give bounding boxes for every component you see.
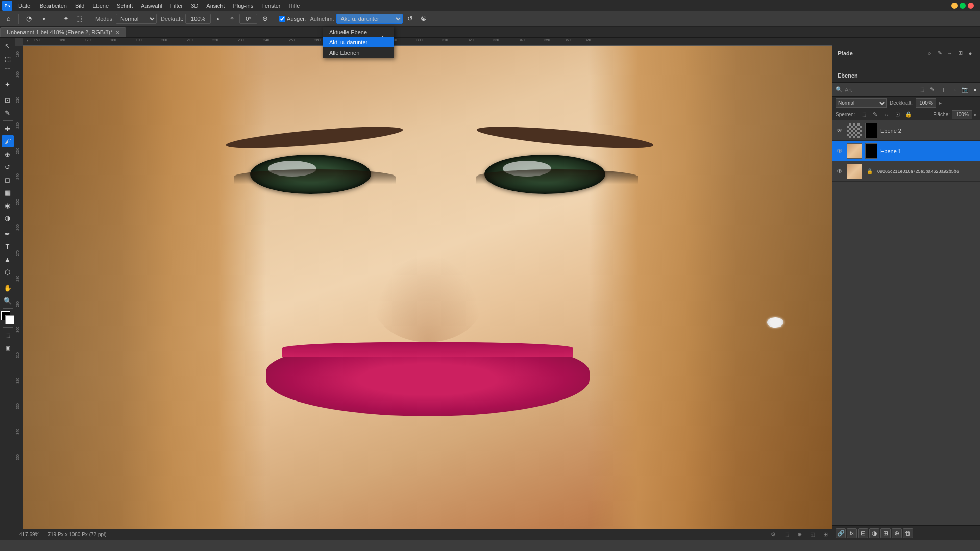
layer-fx-button[interactable]: fx	[847, 528, 857, 538]
paths-camera-button[interactable]: ⊞	[955, 48, 965, 58]
layer-delete-button[interactable]: 🗑	[903, 528, 913, 538]
paths-pencil-button[interactable]: ✎	[935, 48, 944, 58]
menu-bearbeiten[interactable]: Bearbeiten	[36, 2, 71, 10]
filter-text-button[interactable]: T	[939, 85, 948, 94]
menu-hilfe[interactable]: Hilfe	[284, 2, 304, 10]
tool-select-rect[interactable]: ⬚	[2, 53, 14, 65]
layer-group-button[interactable]: ⊞	[880, 528, 891, 538]
tool-healing[interactable]: ✚	[2, 122, 14, 135]
lock-transparent-button[interactable]: ⬚	[859, 110, 868, 119]
brush-icon[interactable]: ◔	[23, 13, 34, 24]
sampling-select[interactable]: Akt. u. darunter	[336, 14, 403, 24]
tool-options-button[interactable]: ⬚	[74, 13, 85, 24]
layer-item-ebene2[interactable]: 👁 Ebene 2	[832, 120, 980, 141]
layer-opacity-input[interactable]	[916, 98, 936, 108]
tool-eraser[interactable]: ◻	[2, 173, 14, 186]
lock-position-button[interactable]: ↔	[881, 110, 891, 119]
layer-visibility-bg[interactable]: 👁	[836, 167, 844, 176]
minimize-button[interactable]	[951, 3, 958, 9]
tool-wand[interactable]: ✦	[2, 78, 14, 90]
menu-plugins[interactable]: Plug-ins	[229, 2, 257, 10]
canvas-container[interactable]	[23, 46, 832, 540]
menu-3d[interactable]: 3D	[187, 2, 202, 10]
opacity-arrow[interactable]: ▸	[939, 100, 942, 106]
tool-blur[interactable]: ◉	[2, 199, 14, 211]
paths-circle-button[interactable]: ○	[925, 48, 934, 58]
status-bar: 417.69% 719 Px x 1080 Px (72 ppi) ⚙ ⬚ ⊕ …	[15, 529, 832, 540]
tool-airbrush-button[interactable]: ✦	[60, 13, 71, 24]
dropdown-item-aktuelle-ebene[interactable]: Aktuelle Ebene	[323, 27, 394, 37]
angle-input[interactable]	[239, 14, 257, 24]
tab-close-button[interactable]: ✕	[115, 30, 119, 35]
close-button[interactable]	[968, 3, 974, 9]
tool-shape[interactable]: ⬡	[2, 266, 14, 278]
tool-gradient[interactable]: ▦	[2, 186, 14, 198]
tool-text[interactable]: T	[2, 240, 14, 253]
angle-options-button[interactable]: ⊕	[259, 13, 271, 24]
lock-image-button[interactable]: ✎	[870, 110, 879, 119]
deckraft-arrow-button[interactable]: ▸	[213, 13, 224, 24]
menu-filter[interactable]: Filter	[166, 2, 187, 10]
deckraft-input[interactable]	[185, 14, 211, 24]
airbrush-toggle-button[interactable]: ✧	[226, 13, 237, 24]
ausger-checkbox[interactable]	[279, 16, 285, 22]
tool-zoom[interactable]: 🔍	[2, 294, 14, 307]
background-color[interactable]	[5, 315, 14, 324]
fill-arrow[interactable]: ▸	[974, 112, 977, 117]
layer-fill-input[interactable]	[952, 110, 972, 119]
tool-move[interactable]: ↖	[2, 40, 14, 52]
paths-arrow-button[interactable]: →	[945, 48, 954, 58]
filter-smart-button[interactable]: 📷	[961, 85, 969, 94]
layer-link-button[interactable]: 🔗	[836, 528, 846, 538]
menu-fenster[interactable]: Fenster	[257, 2, 284, 10]
filter-dot[interactable]: ●	[973, 87, 977, 93]
tool-hand[interactable]: ✋	[2, 282, 14, 294]
healing-option-button[interactable]: ☯	[418, 13, 429, 24]
layer-mask-ebene1	[865, 143, 877, 159]
tool-lasso[interactable]: ⌒	[2, 65, 14, 78]
menu-bild[interactable]: Bild	[71, 2, 88, 10]
lock-all-button[interactable]: 🔒	[904, 110, 913, 119]
layer-mask-button[interactable]: ⊟	[858, 528, 868, 538]
ausger-label[interactable]: Ausger.	[287, 16, 306, 22]
tool-pen[interactable]: ✒	[2, 228, 14, 240]
menu-ansicht[interactable]: Ansicht	[202, 2, 229, 10]
layers-search-input[interactable]	[845, 85, 915, 94]
layer-visibility-ebene1[interactable]: 👁	[836, 147, 844, 155]
healing-reset-button[interactable]: ↺	[405, 13, 416, 24]
paths-panel: Pfade ○ ✎ → ⊞ ●	[832, 38, 980, 68]
document-tab[interactable]: Unbenannt-1 bei 418% (Ebene 2, RGB/8)* ✕	[0, 27, 126, 37]
color-swatches[interactable]	[1, 311, 14, 324]
filter-pixel-button[interactable]: ⬚	[917, 85, 926, 94]
layer-adjustment-button[interactable]: ◑	[869, 528, 879, 538]
filter-shape-button[interactable]: →	[950, 85, 959, 94]
tool-stamp[interactable]: ⊕	[2, 148, 14, 160]
menu-datei[interactable]: Datei	[14, 2, 36, 10]
home-button[interactable]: ⌂	[3, 13, 14, 24]
menu-schrift[interactable]: Schrift	[113, 2, 137, 10]
tool-eyedropper[interactable]: ✎	[2, 107, 14, 119]
tool-path-select[interactable]: ▲	[2, 253, 14, 265]
layer-thumbnail-ebene2	[847, 123, 862, 138]
tool-mask-mode[interactable]: ⬚	[2, 329, 14, 341]
tool-history[interactable]: ↺	[2, 161, 14, 173]
tool-crop[interactable]: ⊡	[2, 94, 14, 106]
layer-item-bg[interactable]: 👁 🔒 09265c211e010a725e3ba4623a92b5b6	[832, 161, 980, 182]
paths-dot-button[interactable]: ●	[966, 48, 975, 58]
tool-brush[interactable]: 🖌	[2, 135, 14, 147]
dropdown-item-alle-ebenen[interactable]: Alle Ebenen	[323, 47, 394, 58]
layer-item-ebene1[interactable]: 👁 Ebene 1	[832, 141, 980, 161]
menu-auswahl[interactable]: Auswahl	[137, 2, 166, 10]
modus-select[interactable]: Normal	[116, 14, 157, 24]
brush-size-button[interactable]: ●	[36, 13, 52, 24]
menu-ebene[interactable]: Ebene	[88, 2, 113, 10]
dropdown-item-akt-darunter[interactable]: Akt. u. darunter	[323, 37, 394, 47]
layer-visibility-ebene2[interactable]: 👁	[836, 127, 844, 135]
maximize-button[interactable]	[960, 3, 966, 9]
lock-artboard-button[interactable]: ⊡	[893, 110, 902, 119]
layer-blend-mode-select[interactable]: Normal	[836, 98, 887, 108]
filter-adjust-button[interactable]: ✎	[928, 85, 937, 94]
tool-screen-mode[interactable]: ▣	[2, 342, 14, 354]
tool-dodge[interactable]: ◑	[2, 212, 14, 224]
layer-new-button[interactable]: ⊕	[892, 528, 902, 538]
